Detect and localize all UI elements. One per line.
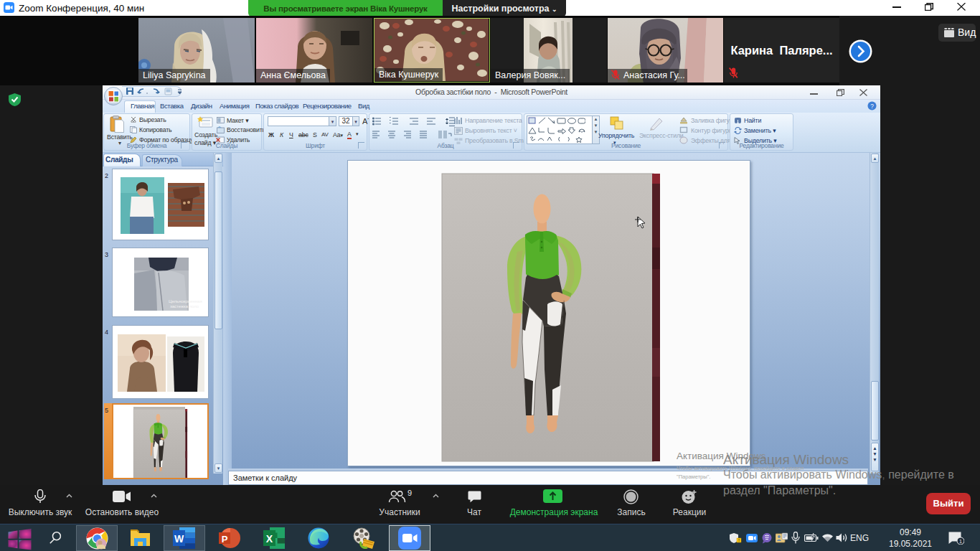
svg-text:X: X: [266, 533, 273, 545]
svg-text:W: W: [174, 533, 184, 545]
svg-text:1: 1: [959, 539, 962, 544]
svg-text:?: ?: [870, 103, 874, 110]
svg-text:застежка поло: застежка поло: [170, 304, 199, 309]
svg-text:Цельнокроенная: Цельнокроенная: [169, 299, 202, 303]
svg-text:!: !: [738, 538, 740, 542]
svg-text:P: P: [222, 534, 228, 545]
